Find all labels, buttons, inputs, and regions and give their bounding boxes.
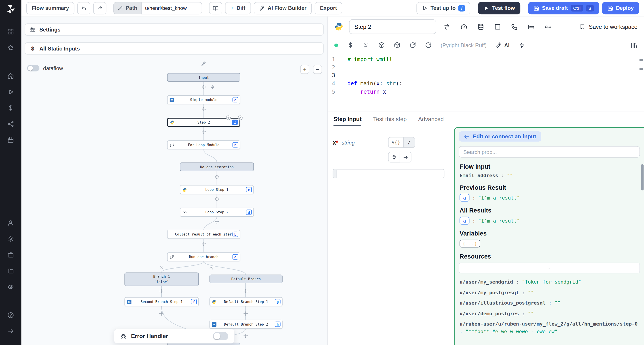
bed-icon[interactable] [528, 23, 535, 30]
result-chip[interactable]: a [460, 194, 469, 202]
cross-icon[interactable] [202, 107, 206, 111]
flow-node-collect-result-of-each-iteration[interactable]: Collect result of each iterationb [167, 230, 240, 239]
square-icon[interactable] [494, 23, 501, 30]
javascript-expr-button[interactable]: / [404, 137, 415, 148]
ai-flow-builder-button[interactable]: AI Flow Builder [254, 2, 312, 14]
refresh-icon[interactable] [425, 42, 432, 48]
plus-circle-icon[interactable] [226, 115, 231, 120]
sidebar-item-users[interactable] [4, 217, 17, 229]
cross-icon[interactable] [215, 197, 219, 201]
flow-node-run-one-branch[interactable]: Run one branche [167, 253, 240, 261]
step-name-input[interactable] [349, 19, 436, 34]
wand-icon[interactable] [201, 61, 206, 67]
docs-button[interactable] [209, 2, 222, 14]
sidebar-item-workers[interactable] [4, 249, 17, 261]
flow-node-loop-step-2[interactable]: Loop Step 2d [180, 208, 254, 217]
sidebar-item-schedules[interactable] [4, 134, 17, 146]
sidebar-item-help[interactable] [4, 309, 17, 321]
resource-row[interactable]: u/user/my_postgresql : "" [460, 289, 639, 296]
sidebar-item-apps[interactable] [4, 25, 17, 38]
flow-node-branch-1[interactable]: Branch 1`false` [124, 273, 199, 286]
flow-node-default-branch-step-1[interactable]: Default Branch Step 1g [210, 297, 283, 306]
dollar-icon[interactable] [347, 42, 354, 48]
ai-button[interactable]: AI [496, 42, 510, 48]
zap-icon[interactable] [210, 85, 215, 89]
tab-test-this-step[interactable]: Test this step [373, 112, 407, 126]
resource-row[interactable]: u/user/illustrious_postgresql : "" [460, 299, 639, 307]
cross-icon[interactable] [243, 311, 248, 316]
export-button[interactable]: Export [314, 2, 342, 14]
plug-button[interactable] [388, 152, 400, 163]
cross-icon[interactable] [202, 129, 206, 134]
package-icon[interactable] [394, 42, 400, 48]
split-icon[interactable] [209, 265, 213, 270]
variables-chip[interactable]: {...} [460, 240, 480, 248]
refresh-icon[interactable] [410, 42, 416, 48]
test-flow-button[interactable]: Test flow [478, 2, 520, 14]
dollar-icon[interactable] [363, 42, 369, 48]
x-circle-icon[interactable] [238, 115, 243, 120]
flow-summary-button[interactable]: Flow summary [26, 2, 74, 14]
sidebar-item-variables[interactable] [4, 102, 17, 114]
error-handler-toggle[interactable] [213, 332, 228, 340]
zap-icon[interactable] [518, 42, 525, 48]
flow-node-second-branch-step-1[interactable]: TSSecond Branch Step 1f [124, 297, 199, 306]
library-icon[interactable] [630, 41, 637, 48]
diff-button[interactable]: ±Diff [225, 2, 251, 14]
swap-icon[interactable] [444, 23, 450, 30]
cross-icon[interactable] [243, 289, 248, 293]
template-expr-button[interactable]: ${} [388, 137, 404, 148]
flow-node-default-branch-step-2[interactable]: TSDefault Branch Step 2h [210, 320, 283, 329]
resource-row[interactable]: u/user/demo_postgres : "" [460, 310, 639, 317]
cross-icon[interactable] [159, 289, 164, 293]
voicemail-icon[interactable] [545, 23, 552, 30]
cross-icon[interactable] [215, 175, 219, 179]
tab-advanced[interactable]: Advanced [418, 112, 444, 126]
redo-button[interactable] [93, 2, 106, 14]
path-input[interactable] [141, 2, 202, 14]
flow-node-do-one-iteration[interactable]: Do one iteration [180, 162, 254, 171]
arrow-right-button[interactable] [400, 152, 412, 163]
sidebar-item-workspace-settings[interactable] [4, 233, 17, 245]
flow-node-loop-step-1[interactable]: Loop Step 1c [180, 185, 254, 194]
resources-filter[interactable]: - [459, 263, 640, 274]
sidebar-item-expand-sidebar[interactable] [4, 325, 17, 338]
gauge-icon[interactable] [460, 23, 467, 30]
x-icon[interactable] [159, 265, 164, 270]
cross-icon[interactable] [202, 85, 206, 89]
sidebar-item-runs[interactable] [4, 86, 17, 98]
test-up-to-button[interactable]: Test up toi [416, 2, 470, 14]
sidebar-item-folders[interactable] [4, 265, 17, 277]
tab-step-input[interactable]: Step Input [334, 112, 362, 126]
flow-canvas[interactable]: Settings $ All Static Inputs dataflow + … [22, 16, 327, 345]
package-icon[interactable] [378, 42, 385, 48]
step-input-value-field[interactable] [333, 169, 444, 178]
cross-icon[interactable] [215, 219, 219, 224]
save-draft-button[interactable]: Save draftCtrlS [528, 2, 599, 14]
prop-picker-scrollbar[interactable] [641, 164, 644, 191]
database-icon[interactable] [477, 23, 484, 30]
flow-node-default-branch[interactable]: Default Branch [210, 275, 283, 283]
undo-button[interactable] [77, 2, 90, 14]
cross-icon[interactable] [243, 333, 248, 338]
result-chip[interactable]: a [460, 217, 469, 225]
flow-node-simple-module[interactable]: TSSimple modulea [167, 95, 240, 104]
deploy-button[interactable]: Deploy [602, 2, 639, 14]
save-to-workspace-button[interactable]: Save to workspace [579, 23, 637, 30]
code-editor[interactable]: 1# import wmill234def main(x: str):5 ret… [328, 53, 644, 112]
sidebar-item-home[interactable] [4, 70, 17, 82]
edit-or-connect-button[interactable]: Edit or connect an input [459, 131, 541, 142]
resources-heading: Resources [460, 253, 639, 260]
sidebar-item-resources[interactable] [4, 118, 17, 130]
prop-search-input[interactable] [459, 146, 640, 158]
sidebar-item-favorites[interactable] [4, 41, 17, 54]
phone-icon[interactable] [511, 23, 518, 30]
cross-icon[interactable] [202, 242, 206, 246]
resource-row[interactable]: u/ruben-user/u/ruben-user/my_flow_2/g/al… [460, 320, 639, 336]
flow-node-input[interactable]: Input [167, 73, 240, 82]
prop-key[interactable]: Email address [460, 173, 498, 179]
sidebar-item-audit-logs[interactable] [4, 281, 17, 293]
resource-row[interactable]: u/user/my_sendgrid : "Token for sendgrid… [460, 278, 639, 286]
cross-icon[interactable] [159, 311, 164, 316]
flow-node-for-loop-module[interactable]: For Loop Moduleb [167, 140, 240, 149]
